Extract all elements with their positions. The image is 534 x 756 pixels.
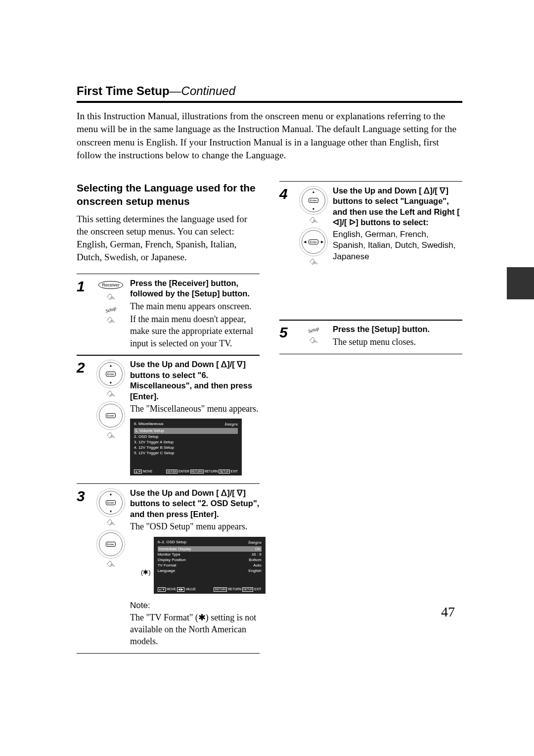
up-arrow-icon: ▲: [109, 492, 113, 496]
dpad-icon: ◀ ▶ Enter: [302, 230, 325, 254]
enter-label: Enter: [106, 372, 116, 377]
sidebar-tab: [507, 267, 534, 299]
step-3-text: Use the Up and Down [ ᐃ]/[ ᐁ] buttons to…: [130, 488, 266, 647]
key-hint: SETUP: [219, 470, 229, 473]
osd-row: TV FormatAuto: [158, 563, 262, 568]
step-number: 4: [279, 186, 294, 314]
step-number: 3: [77, 488, 91, 647]
step-2-icons: ▲ ▼ Enter ☟ Enter ☟: [96, 359, 125, 477]
step-1-instruction: Press the [Receiver] button, followed by…: [130, 278, 260, 299]
hand-icon: ☟: [104, 389, 117, 401]
step-2-text: Use the Up and Down [ ᐃ]/[ ᐁ] buttons to…: [130, 359, 260, 477]
brand-label: Integra: [225, 422, 238, 426]
hand-icon: ☟: [104, 315, 117, 327]
screen-title: 6–2. OSD Setup: [158, 540, 186, 545]
asterisk-marker: (✱): [130, 533, 151, 576]
section-heading: Selecting the Language used for the onsc…: [77, 182, 260, 208]
step-1: 1 Receiver ☟ Setup ☟ Press the [Receiver…: [77, 274, 260, 356]
osd-row: Monitor Type16 : 9: [158, 552, 262, 557]
step-5-body: The setup menu closes.: [333, 336, 462, 348]
hand-icon: ☟: [307, 256, 319, 269]
step-2: 2 ▲ ▼ Enter ☟ Enter ☟ Use the Up and Dow…: [77, 355, 260, 484]
dpad-icon: ▲ ▼ Enter: [99, 491, 123, 515]
brand-label: Integra: [248, 540, 262, 545]
step-3-icons: ▲ ▼ Enter ☟ Enter ☟: [96, 488, 125, 647]
osd-row: Display PositionBottom: [158, 557, 262, 563]
hand-icon: ☟: [104, 559, 117, 571]
down-arrow-icon: ▼: [109, 381, 113, 384]
key-label: MOVE: [143, 470, 152, 473]
step-4-instruction: Use the Up and Down [ ᐃ]/[ ᐁ] buttons to…: [333, 186, 462, 228]
step-2-body: The "Miscellaneous" menu appears.: [130, 403, 260, 415]
osd-row: LanguageEnglish: [158, 568, 262, 573]
enter-label: Enter: [309, 198, 318, 203]
dpad-icon: Enter: [99, 404, 123, 427]
step-4-icons: ▲ ▼ Enter ☟ ◀ ▶ Enter ☟: [299, 186, 328, 314]
down-arrow-icon: ▼: [312, 207, 315, 211]
left-arrow-icon: ◀: [304, 240, 306, 244]
step-number: 5: [279, 324, 294, 348]
page-number: 47: [441, 604, 455, 620]
page-title: First Time Setup—Continued: [77, 84, 462, 98]
up-arrow-icon: ▲: [109, 364, 113, 367]
step-4-text: Use the Up and Down [ ᐃ]/[ ᐁ] buttons to…: [333, 186, 462, 314]
key-label: RETURN: [204, 470, 218, 473]
key-hint: SETUP: [242, 587, 253, 591]
key-hint: ▲/▼: [134, 470, 142, 473]
enter-label: Enter: [309, 239, 318, 244]
title-divider: [77, 101, 462, 103]
key-label: MOVE: [167, 587, 176, 591]
key-hint: RETURN: [190, 470, 204, 473]
step-4-body: English, German, French, Spanish, Italia…: [333, 229, 462, 263]
screen-title: 6. Miscellaneous: [134, 422, 164, 426]
dpad-icon: ▲ ▼ Enter: [302, 189, 325, 212]
step-2-instruction: Use the Up and Down [ ᐃ]/[ ᐁ] buttons to…: [130, 359, 260, 402]
note-body: The "TV Format" (✱) setting is not avail…: [130, 612, 266, 648]
dpad-icon: ▲ ▼ Enter: [99, 362, 123, 386]
step-1-text: Press the [Receiver] button, followed by…: [130, 278, 260, 349]
step-1-icons: Receiver ☟ Setup ☟: [96, 278, 125, 349]
key-hint: ◀/▶: [177, 587, 185, 591]
step-number: 2: [77, 359, 91, 477]
step-1-body-1: The main menu appears onscreen.: [130, 300, 260, 312]
menu-item: 3. 12V Trigger A Setup: [134, 439, 238, 445]
key-label: RETURN: [228, 587, 241, 591]
note-label: Note:: [130, 601, 266, 611]
section-body: This setting determines the language use…: [77, 213, 260, 264]
step-3: 3 ▲ ▼ Enter ☟ Enter ☟ Use the Up and Dow…: [77, 483, 260, 654]
title-continued: —Continued: [170, 84, 235, 97]
down-arrow-icon: ▼: [109, 510, 113, 513]
hand-icon: ☟: [307, 335, 319, 348]
up-arrow-icon: ▲: [312, 190, 315, 193]
hand-icon: ☟: [104, 291, 117, 304]
hand-icon: ☟: [104, 517, 117, 529]
enter-label: Enter: [106, 500, 116, 505]
dpad-icon: Enter: [99, 532, 123, 556]
screen-mock-osd: 6–2. OSD Setup Integra Immediate Display…: [154, 537, 266, 594]
enter-label: Enter: [106, 413, 116, 418]
menu-item: 5. 12V Trigger C Setup: [134, 450, 238, 456]
step-3-body: The "OSD Setup" menu appears.: [130, 520, 266, 532]
key-hint: ENTER: [166, 470, 178, 473]
key-label: EXIT: [231, 470, 238, 473]
menu-item: 2. OSD Setup: [134, 434, 238, 439]
step-1-body-2: If the main menu doesn't appear, make su…: [130, 313, 260, 349]
hand-icon: ☟: [104, 430, 117, 443]
title-main: First Time Setup: [77, 84, 170, 97]
left-column: Selecting the Language used for the onsc…: [77, 182, 260, 654]
step-5: 5 Setup ☟ Press the [Setup] button. The …: [279, 320, 462, 354]
osd-row: Immediate DisplayOn: [158, 546, 262, 552]
key-hint: RETURN: [214, 587, 227, 591]
right-arrow-icon: ▶: [321, 240, 323, 244]
step-4: 4 ▲ ▼ Enter ☟ ◀ ▶ Enter ☟ Use the Up and…: [279, 181, 462, 321]
key-label: ENTER: [178, 470, 189, 473]
key-label: EXIT: [254, 587, 261, 591]
key-label: VALUE: [185, 587, 196, 591]
intro-paragraph: In this Instruction Manual, illustration…: [77, 110, 462, 162]
step-5-instruction: Press the [Setup] button.: [333, 324, 462, 334]
content-columns: Selecting the Language used for the onsc…: [77, 182, 462, 654]
hand-icon: ☟: [307, 215, 319, 227]
step-number: 1: [77, 278, 91, 349]
step-5-icons: Setup ☟: [299, 324, 328, 348]
right-column: 4 ▲ ▼ Enter ☟ ◀ ▶ Enter ☟ Use the Up and…: [279, 182, 462, 654]
